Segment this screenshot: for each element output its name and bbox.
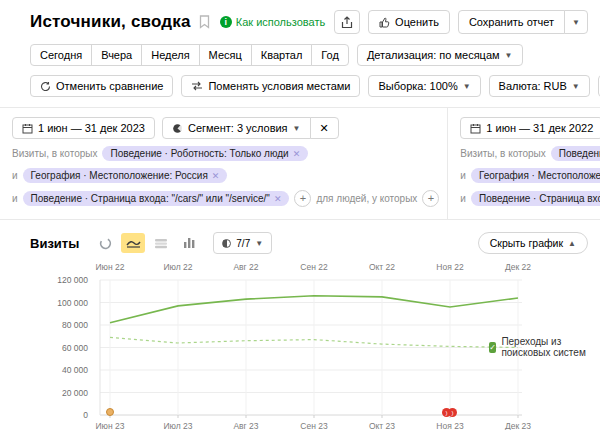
chevron-down-icon: ▼ — [293, 124, 301, 133]
and-label: и — [460, 170, 466, 181]
condition-chip[interactable]: География · Местоположение: Россия ✕ — [471, 168, 600, 183]
segment-panel-b: 1 июн — 31 дек 2022 Сегмент: 3 условия ▼… — [448, 108, 600, 219]
rows-counter-dropdown[interactable]: 7/7 ▼ — [213, 232, 272, 254]
x-axis-top-label: Сен 22 — [286, 262, 342, 272]
x-axis-bottom-label: Дек 23 — [490, 421, 546, 430]
legend-label: Переходы из поисковых систем — [501, 336, 600, 358]
period-tab-сегодня[interactable]: Сегодня — [30, 44, 92, 66]
segment-b-date-button[interactable]: 1 июн — 31 дек 2022 — [460, 117, 600, 139]
compare-donut-icon[interactable] — [93, 233, 117, 253]
chevron-down-icon: ▼ — [572, 82, 580, 91]
info-green-icon: i — [220, 16, 232, 28]
chevron-up-icon: ▲ — [568, 239, 576, 248]
stacked-area-icon[interactable] — [149, 233, 173, 253]
rate-label: Оценить — [395, 16, 439, 28]
metric-title: Визиты — [30, 236, 79, 251]
export-button[interactable] — [334, 10, 360, 34]
condition-chip[interactable]: Поведение · Страница входа: "/cars/" или… — [471, 191, 600, 206]
y-axis-label: 120 000 — [0, 275, 95, 285]
chevron-down-icon: ▼ — [505, 51, 513, 60]
annotation-red-markers[interactable]: )) — [442, 408, 457, 417]
x-axis-bottom-label: Июл 23 — [150, 421, 206, 430]
segment-a-dropdown[interactable]: Сегмент: 3 условия ▼ — [162, 117, 311, 139]
calendar-icon — [22, 123, 33, 134]
y-axis-label: 40 000 — [0, 365, 95, 375]
rate-button[interactable]: Оценить — [368, 10, 450, 34]
y-axis-label: 20 000 — [0, 388, 95, 398]
period-tab-квартал[interactable]: Квартал — [251, 44, 313, 66]
detail-dropdown[interactable]: Детализация: по месяцам ▼ — [357, 44, 523, 66]
visits-in-which-label: Визиты, в которых — [460, 148, 545, 159]
add-condition-button[interactable]: + — [294, 190, 311, 207]
toolbar-row: Отменить сравнение Поменять условия мест… — [0, 74, 600, 107]
x-axis-bottom-label: Окт 23 — [354, 421, 410, 430]
swap-icon — [191, 81, 203, 91]
condition-text: География · Местоположение: Россия — [31, 170, 208, 181]
save-report-split-button: Сохранить отчет ▼ — [458, 10, 588, 34]
how-to-use-label: Как использовать — [236, 16, 325, 28]
chip-close-icon[interactable]: ✕ — [212, 171, 220, 181]
condition-text: Поведение · Страница входа: "/cars/" или… — [479, 193, 600, 204]
segment-a-close-button[interactable]: ✕ — [310, 117, 339, 139]
x-axis-top-label: Дек 22 — [490, 262, 546, 272]
segment-a-label: Сегмент: 3 условия — [188, 122, 288, 134]
segment-a-date-button[interactable]: 1 июн — 31 дек 2023 — [12, 117, 155, 139]
condition-row: Визиты, в которых Поведение · Роботность… — [12, 146, 439, 161]
x-axis-bottom-label: Сен 23 — [286, 421, 342, 430]
chevron-down-icon: ▼ — [572, 18, 580, 27]
annotation-orange-marker[interactable] — [106, 408, 114, 416]
segment-b-date-label: 1 июн — 31 дек 2022 — [486, 122, 593, 134]
bookmark-icon[interactable] — [199, 15, 210, 29]
sample-label: Выборка: 100% — [378, 80, 457, 92]
detail-label: Детализация: по месяцам — [367, 49, 500, 61]
condition-chip[interactable]: Поведение · Страница входа: "/cars/" или… — [23, 191, 290, 206]
plot-area — [100, 280, 530, 419]
legend-item[interactable]: ✓Переходы из поисковых систем — [489, 336, 600, 358]
y-axis-label: 100 000 — [0, 298, 95, 308]
condition-chip[interactable]: География · Местоположение: Россия ✕ — [23, 168, 228, 183]
period-tab-вчера[interactable]: Вчера — [91, 44, 142, 66]
sample-dropdown[interactable]: Выборка: 100% ▼ — [368, 75, 480, 97]
currency-label: Валюта: RUB — [499, 80, 567, 92]
x-axis-top-label: Окт 22 — [354, 262, 410, 272]
line-chart-icon[interactable] — [121, 233, 145, 253]
half-circle-icon — [222, 239, 231, 248]
and-label: и — [12, 193, 18, 204]
save-report-button[interactable]: Сохранить отчет — [458, 10, 565, 34]
period-tab-неделя[interactable]: Неделя — [141, 44, 199, 66]
currency-dropdown[interactable]: Валюта: RUB ▼ — [489, 75, 590, 97]
red-note-icon[interactable]: ) — [448, 408, 457, 417]
legend-checkbox-icon[interactable]: ✓ — [489, 342, 496, 353]
add-people-condition-button[interactable]: + — [422, 190, 439, 207]
visits-line-chart: Июн 22Июл 22Авг 22Сен 22Окт 22Ноя 22Дек … — [0, 258, 600, 430]
condition-text: География · Местоположение: Россия — [479, 170, 600, 181]
page-title: Источники, сводка — [30, 12, 191, 32]
condition-chip[interactable]: Поведение · Роботность: Только люди ✕ — [551, 146, 600, 161]
segment-b-head: 1 июн — 31 дек 2022 Сегмент: 3 условия ▼… — [460, 117, 600, 139]
chip-close-icon[interactable]: ✕ — [293, 149, 301, 159]
condition-row: и География · Местоположение: Россия ✕ — [460, 168, 600, 183]
period-tab-год[interactable]: Год — [311, 44, 349, 66]
chevron-down-icon: ▼ — [463, 82, 471, 91]
x-axis-bottom-label: Авг 23 — [218, 421, 274, 430]
chip-close-icon[interactable]: ✕ — [274, 194, 282, 204]
columns-chart-icon[interactable] — [177, 233, 201, 253]
y-axis-label: 80 000 — [0, 320, 95, 330]
x-axis-top-label: Июн 22 — [82, 262, 138, 272]
segment-a-date-label: 1 июн — 31 дек 2023 — [38, 122, 145, 134]
cancel-compare-button[interactable]: Отменить сравнение — [30, 75, 173, 97]
hide-chart-button[interactable]: Скрыть график ▲ — [478, 232, 588, 254]
swap-conditions-button[interactable]: Поменять условия местами — [181, 75, 360, 97]
condition-row: и Поведение · Страница входа: "/cars/" и… — [12, 190, 439, 207]
period-tab-месяц[interactable]: Месяц — [199, 44, 252, 66]
x-axis-top-label: Ноя 22 — [422, 262, 478, 272]
refresh-icon — [40, 81, 51, 92]
segment-a-group: Сегмент: 3 условия ▼ ✕ — [162, 117, 339, 139]
save-report-menu-button[interactable]: ▼ — [564, 10, 588, 34]
segment-panel-a: 1 июн — 31 дек 2023 Сегмент: 3 условия ▼… — [0, 108, 448, 219]
how-to-use-link[interactable]: i Как использовать — [220, 16, 325, 28]
segments-area: 1 июн — 31 дек 2023 Сегмент: 3 условия ▼… — [0, 107, 600, 220]
chevron-down-icon: ▼ — [255, 239, 263, 248]
condition-chip[interactable]: Поведение · Роботность: Только люди ✕ — [102, 146, 308, 161]
y-axis-label: 60 000 — [0, 343, 95, 353]
